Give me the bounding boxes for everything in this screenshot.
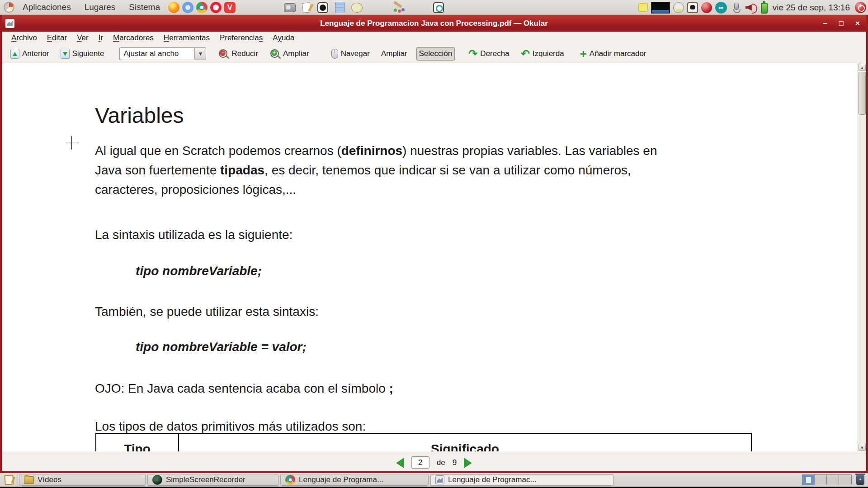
window-buttons: – □ ×: [823, 19, 860, 28]
record-button-icon[interactable]: [701, 2, 712, 13]
doc-line-ojo: OJO: En Java cada sentencia acaba con el…: [95, 379, 393, 398]
menubar-item-archivo[interactable]: Archivo: [6, 33, 42, 42]
next-page-arrow-icon[interactable]: [464, 458, 472, 468]
notes-icon[interactable]: [302, 2, 311, 13]
task-simplescreenrecorder[interactable]: SimpleScreenRecorder: [147, 474, 278, 486]
taskbar: Vídeos SimpleScreenRecorder Lenguaje de …: [0, 473, 868, 487]
titlebar[interactable]: Lenguaje de Programacion Java con Proces…: [2, 15, 866, 32]
calculator-icon[interactable]: [335, 2, 344, 13]
doc-heading: Variables: [95, 103, 184, 128]
clock[interactable]: vie 25 de sep, 13:16: [771, 3, 852, 13]
doc-line-sintaxis: La sintaxis utilizada es la siguiente:: [95, 225, 292, 244]
chromium-icon[interactable]: [182, 2, 193, 13]
previous-page-button[interactable]: Anterior: [8, 47, 52, 61]
scroll-up-icon[interactable]: ▲: [859, 64, 866, 71]
table-header-significado: Significado: [179, 434, 751, 451]
table-header-tipo: Tipo: [96, 434, 179, 451]
next-page-button[interactable]: Siguiente: [58, 47, 107, 61]
workspace-4[interactable]: [839, 475, 851, 485]
rotate-right-icon: ↷: [468, 49, 477, 59]
menubar-item-marcadores[interactable]: Marcadores: [108, 33, 159, 42]
webcam-app-icon[interactable]: [317, 2, 328, 13]
zoom-out-button[interactable]: − Reducir: [216, 47, 260, 61]
paint-tool-icon[interactable]: [392, 2, 404, 13]
scrollbar-thumb[interactable]: [859, 72, 866, 115]
firefox-icon[interactable]: [168, 2, 179, 13]
show-desktop-button[interactable]: [0, 473, 18, 487]
menu-sistema[interactable]: Sistema: [123, 2, 165, 12]
zoom-dropdown-arrow-icon[interactable]: ▼: [194, 47, 206, 60]
zoom-out-icon: −: [218, 48, 229, 59]
task-videos[interactable]: Vídeos: [19, 474, 146, 486]
zoom-value[interactable]: Ajustar al ancho: [119, 47, 194, 60]
workspace-3[interactable]: [827, 475, 839, 485]
menubar-item-ver[interactable]: Ver: [72, 33, 94, 42]
menubar-item-ayuda[interactable]: Ayuda: [268, 33, 299, 42]
menu-lugares[interactable]: Lugares: [79, 2, 121, 12]
doc-code-1: tipo nombreVariable;: [136, 264, 262, 278]
sticky-note-icon[interactable]: [638, 3, 648, 12]
task-chrome-lenguaje[interactable]: Lenguaje de Programa...: [280, 474, 429, 486]
menubar-item-preferencias[interactable]: Preferencias: [215, 33, 268, 42]
minimize-button[interactable]: –: [823, 19, 827, 28]
power-button-icon[interactable]: [855, 2, 866, 13]
trash-icon[interactable]: [856, 475, 864, 485]
page-navigation-bar: 2 de 9: [2, 454, 866, 471]
pdf-page: Variables Al igual que en Scratch podemo…: [2, 63, 866, 451]
add-bookmark-button[interactable]: + Añadir marcador: [578, 47, 649, 61]
menubar-item-herramientas[interactable]: Herramientas: [159, 33, 215, 42]
task-okular-lenguaje[interactable]: Lenguaje de Programac...: [430, 474, 613, 486]
workspace-2[interactable]: [815, 475, 827, 485]
chrome-icon[interactable]: [196, 2, 208, 13]
previous-page-icon: [10, 49, 19, 59]
panel-left: Aplicaciones Lugares Sistema V: [0, 2, 236, 13]
page-total-label: 9: [453, 458, 457, 467]
speaker-icon[interactable]: [745, 2, 758, 14]
rotate-left-button[interactable]: ↶ Izquierda: [519, 47, 566, 61]
menubar: ArchivoEditarVerIrMarcadoresHerramientas…: [2, 32, 866, 44]
top-panel: Aplicaciones Lugares Sistema V ∞: [0, 0, 868, 15]
vertical-scrollbar[interactable]: ▲ ▼: [858, 63, 866, 451]
vivaldi-icon[interactable]: V: [224, 2, 236, 13]
opera-icon[interactable]: [210, 2, 222, 13]
document-area[interactable]: Variables Al igual que en Scratch podemo…: [2, 63, 866, 451]
arduino-icon[interactable]: ∞: [715, 2, 727, 14]
battery-icon[interactable]: [761, 3, 768, 14]
recorder-icon: [152, 475, 162, 485]
menu-aplicaciones[interactable]: Aplicaciones: [17, 2, 76, 12]
menubar-item-ir[interactable]: Ir: [94, 33, 108, 42]
panel-launchers: [284, 0, 444, 15]
screenshot-tool-icon[interactable]: [284, 3, 296, 12]
microphone-icon[interactable]: [730, 2, 742, 14]
rotate-left-icon: ↶: [521, 49, 530, 59]
show-desktop-icon: [4, 474, 14, 485]
scroll-down-icon[interactable]: ▼: [859, 444, 866, 451]
previous-page-arrow-icon[interactable]: [396, 458, 404, 468]
rotate-right-button[interactable]: ↷ Derecha: [466, 47, 511, 61]
distro-menu-icon[interactable]: [4, 2, 14, 13]
folder-icon: [24, 476, 34, 484]
zoom-in-icon: +: [269, 48, 280, 59]
doc-paragraph-1: Al igual que en Scratch podemos crearnos…: [95, 141, 657, 199]
magnifier-tool-icon[interactable]: [433, 2, 444, 13]
user-app-icon[interactable]: [673, 2, 684, 13]
toolbar: Anterior Siguiente Ajustar al ancho ▼ − …: [2, 44, 866, 63]
chrome-icon: [285, 475, 295, 485]
zoom-tool-button[interactable]: Ampliar: [379, 47, 410, 60]
browse-tool-button[interactable]: Navegar: [329, 47, 372, 61]
page-number-input[interactable]: 2: [411, 456, 429, 469]
maximize-button[interactable]: □: [839, 19, 844, 28]
capture-box-icon[interactable]: [687, 2, 698, 13]
selection-tool-button[interactable]: Selección: [416, 47, 455, 61]
menubar-item-editar[interactable]: Editar: [42, 33, 72, 42]
shell-icon[interactable]: [351, 3, 363, 13]
doc-line-tambien: También, se puede utilizar esta sintaxis…: [95, 302, 319, 321]
panel-tray: ∞ vie 25 de sep, 13:16: [638, 0, 868, 15]
window-title: Lenguaje de Programacion Java con Proces…: [2, 19, 866, 28]
workspace-1[interactable]: [802, 475, 815, 485]
crosshair-cursor: [66, 136, 79, 150]
zoom-combobox[interactable]: Ajustar al ancho ▼: [119, 47, 206, 60]
zoom-in-button[interactable]: + Ampliar: [267, 47, 311, 61]
window-preview-icon[interactable]: [651, 2, 670, 14]
close-button[interactable]: ×: [855, 19, 860, 28]
